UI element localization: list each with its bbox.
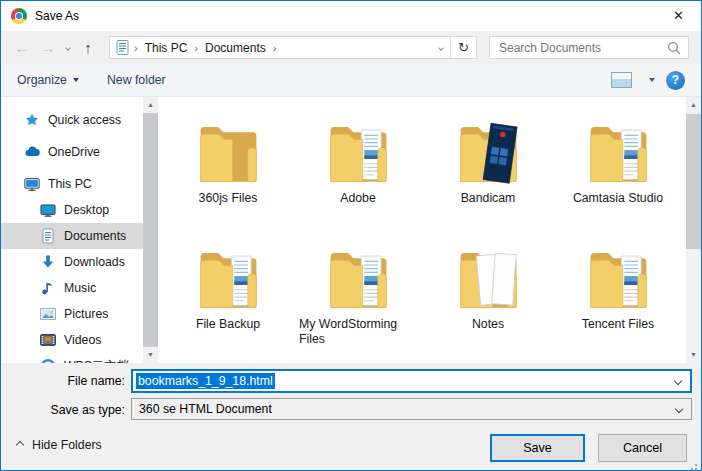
folder-item[interactable]: Notes bbox=[423, 223, 553, 349]
sidebar-item-quick-access[interactable]: Quick access bbox=[1, 107, 143, 133]
folder-item[interactable]: Tencent Files bbox=[553, 223, 683, 349]
folder-item[interactable]: Camtasia Studio bbox=[553, 97, 683, 223]
titlebar[interactable]: Save As ✕ bbox=[1, 1, 701, 31]
search-box[interactable] bbox=[489, 36, 689, 59]
scroll-up-icon[interactable]: ▲ bbox=[686, 97, 701, 113]
sidebar-item-music[interactable]: Music bbox=[1, 275, 143, 301]
chevron-down-icon bbox=[73, 78, 79, 82]
file-name-input[interactable]: bookmarks_1_9_18.html bbox=[131, 369, 692, 393]
chevron-down-icon bbox=[65, 45, 71, 51]
file-name-value: bookmarks_1_9_18.html bbox=[136, 373, 275, 389]
refresh-icon[interactable]: ↻ bbox=[450, 37, 476, 58]
folder-name: Tencent Files bbox=[553, 317, 683, 332]
organize-button[interactable]: Organize bbox=[17, 73, 79, 87]
sidebar-item-this-pc[interactable]: This PC bbox=[1, 171, 143, 197]
folder-icon bbox=[318, 109, 398, 189]
save-as-type-select[interactable]: 360 se HTML Document bbox=[131, 398, 692, 420]
download-arrow-icon bbox=[40, 254, 56, 270]
sidebar-scrollbar[interactable]: ▲ ▼ bbox=[143, 97, 158, 363]
view-dropdown-icon[interactable] bbox=[649, 78, 655, 82]
folder-item[interactable]: My WordStorming Files bbox=[293, 223, 423, 349]
address-bar[interactable]: › This PC › Documents › ↻ bbox=[109, 36, 477, 59]
folder-icon bbox=[318, 235, 398, 315]
search-icon bbox=[667, 41, 681, 55]
forward-icon[interactable]: → bbox=[35, 36, 61, 60]
folder-name: File Backup bbox=[163, 317, 293, 332]
navigation-pane: Quick access OneDrive This PC Desktop Do… bbox=[1, 97, 143, 363]
back-icon[interactable]: ← bbox=[9, 36, 35, 60]
sidebar-item-onedrive[interactable]: OneDrive bbox=[1, 139, 143, 165]
folder-icon bbox=[188, 235, 268, 315]
folder-name: Adobe bbox=[293, 191, 423, 206]
up-icon[interactable]: ↑ bbox=[75, 36, 101, 60]
folder-icon bbox=[578, 235, 658, 315]
document-icon bbox=[116, 40, 129, 55]
music-note-icon bbox=[40, 280, 56, 296]
filename-panel: File name: bookmarks_1_9_18.html Save as… bbox=[1, 363, 701, 425]
sidebar-item-videos[interactable]: Videos bbox=[1, 327, 143, 353]
change-view-icon[interactable] bbox=[611, 72, 632, 88]
search-input[interactable] bbox=[490, 41, 667, 55]
file-list: 360js Files Adobe bbox=[159, 97, 686, 363]
folder-icon bbox=[448, 109, 528, 189]
scroll-up-icon[interactable]: ▲ bbox=[143, 97, 158, 113]
breadcrumb-this-pc[interactable]: This PC bbox=[143, 40, 190, 56]
chevron-up-icon bbox=[16, 441, 24, 449]
sidebar-item-desktop[interactable]: Desktop bbox=[1, 197, 143, 223]
star-icon bbox=[24, 112, 40, 128]
hide-folders-button[interactable]: Hide Folders bbox=[17, 438, 102, 452]
folder-item[interactable]: File Backup bbox=[163, 223, 293, 349]
folder-icon bbox=[188, 109, 268, 189]
breadcrumb-documents[interactable]: Documents bbox=[203, 40, 268, 56]
new-folder-button[interactable]: New folder bbox=[107, 73, 166, 87]
close-icon[interactable]: ✕ bbox=[656, 1, 701, 30]
folder-item[interactable]: 360js Files bbox=[163, 97, 293, 223]
dialog-footer: Hide Folders Save Cancel bbox=[1, 425, 701, 470]
film-icon bbox=[40, 332, 56, 348]
desktop-icon bbox=[40, 202, 56, 218]
breadcrumb-separator: › bbox=[268, 42, 282, 54]
cancel-button[interactable]: Cancel bbox=[598, 434, 687, 462]
dialog-title: Save As bbox=[35, 1, 79, 31]
content-area: Quick access OneDrive This PC Desktop Do… bbox=[1, 97, 701, 363]
folder-item[interactable]: Bandicam bbox=[423, 97, 553, 223]
picture-icon bbox=[40, 306, 56, 322]
chevron-down-icon[interactable] bbox=[674, 377, 682, 385]
scrollbar-thumb[interactable] bbox=[686, 114, 701, 249]
save-button[interactable]: Save bbox=[490, 434, 585, 462]
folder-name: Bandicam bbox=[423, 191, 553, 206]
scroll-down-icon[interactable]: ▼ bbox=[143, 347, 158, 363]
cloud-icon bbox=[24, 144, 40, 160]
folder-name: Notes bbox=[423, 317, 553, 332]
toolbar-right-group: ? bbox=[611, 71, 685, 90]
command-toolbar: Organize New folder ? bbox=[1, 64, 701, 97]
breadcrumb-separator: › bbox=[189, 42, 203, 54]
organize-label: Organize bbox=[17, 73, 67, 87]
save-as-type-value: 360 se HTML Document bbox=[139, 402, 272, 416]
help-icon[interactable]: ? bbox=[666, 71, 685, 90]
file-list-scrollbar[interactable]: ▲ ▼ bbox=[686, 97, 701, 363]
address-dropdown-icon[interactable] bbox=[438, 45, 444, 51]
folder-name: 360js Files bbox=[163, 191, 293, 206]
resize-grip[interactable] bbox=[695, 464, 697, 466]
chevron-down-icon bbox=[675, 405, 683, 413]
save-as-type-label: Save as type: bbox=[1, 399, 125, 422]
folder-name: Camtasia Studio bbox=[553, 191, 683, 206]
folder-icon bbox=[578, 109, 658, 189]
scrollbar-thumb[interactable] bbox=[143, 113, 158, 347]
folder-name: My WordStorming Files bbox=[293, 317, 423, 347]
breadcrumb-separator: › bbox=[129, 42, 143, 54]
save-as-dialog: Save As ✕ ← → ↑ › This PC › Documents › … bbox=[0, 0, 702, 471]
folder-item[interactable]: Adobe bbox=[293, 97, 423, 223]
navigation-bar: ← → ↑ › This PC › Documents › ↻ bbox=[1, 31, 701, 64]
sidebar-item-documents[interactable]: Documents bbox=[1, 223, 143, 249]
sidebar-item-downloads[interactable]: Downloads bbox=[1, 249, 143, 275]
computer-icon bbox=[24, 176, 40, 192]
sidebar-item-wps-cloud[interactable]: WPS云文档 bbox=[1, 353, 143, 363]
chrome-app-icon bbox=[11, 8, 27, 24]
scroll-down-icon[interactable]: ▼ bbox=[686, 347, 701, 363]
sidebar-item-pictures[interactable]: Pictures bbox=[1, 301, 143, 327]
history-dropdown-icon[interactable] bbox=[61, 46, 75, 50]
file-name-label: File name: bbox=[1, 370, 125, 393]
folder-icon bbox=[448, 235, 528, 315]
